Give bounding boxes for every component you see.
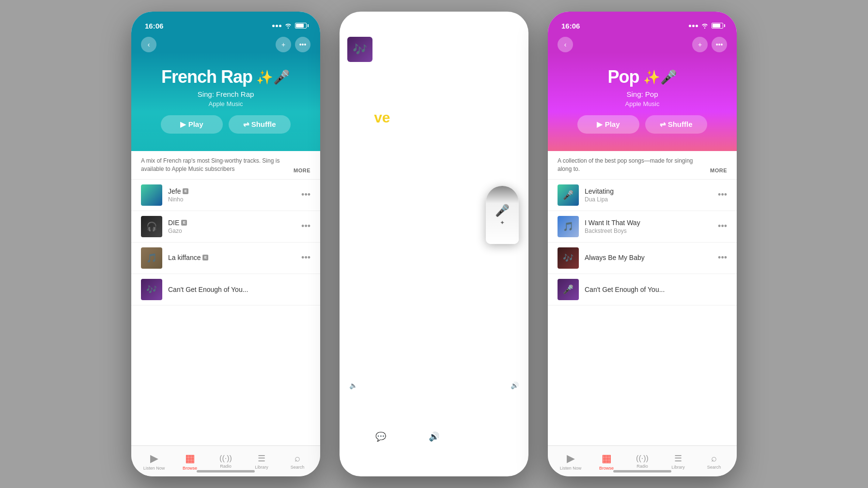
left-phone-wrapper: 16:06 ‹ [122, 0, 330, 488]
right-back-button[interactable]: ‹ [558, 37, 573, 52]
song-item-barry-right[interactable]: 🎤 Can't Get Enough of You... ⏸ ⏭ [548, 274, 737, 305]
song-name-iwantitway: I Want It That Way [585, 219, 712, 227]
tab-browse-right[interactable]: ▦ Browse [594, 452, 619, 471]
lyric-active-line1: As many times as [351, 92, 474, 107]
left-status-icons [272, 23, 307, 29]
song-more-levitating[interactable]: ••• [718, 190, 727, 200]
pause-icon[interactable]: ⏸ [289, 285, 297, 294]
tab-browse-label: Browse [183, 466, 197, 471]
lyric-further: It doesn't seem to like it's end [351, 161, 517, 183]
fast-forward-button[interactable]: ⏭⏭ [461, 396, 488, 412]
right-phone-wrapper: 16:06 ‹ [538, 0, 746, 488]
playlist-main-title: French Rap [161, 67, 252, 87]
song-more-jefe[interactable]: ••• [301, 190, 310, 200]
right-playlist-main-title: Pop [608, 67, 639, 87]
back-button[interactable]: ‹ [141, 37, 156, 52]
lyric-active: As many times as we've loved and [351, 91, 517, 127]
right-mic-stars-icon: ✨🎤 [643, 69, 677, 85]
song-name-jefe: Jefe E [168, 187, 295, 195]
volume-fill [362, 384, 413, 386]
right-playlist-provider: Apple Music [558, 100, 727, 107]
song-thumb-die: 🎧 [141, 216, 162, 237]
right-more-text-button[interactable]: MORE [710, 168, 727, 173]
tab-radio-left[interactable]: ((·)) Radio [214, 454, 238, 469]
tab-listen-now-right[interactable]: ▶ Listen Now [558, 452, 583, 471]
drag-handle [425, 16, 443, 19]
right-forward-icon[interactable]: ⏭ [720, 286, 727, 293]
center-status-bar: 16:04 [340, 12, 528, 33]
song-item-levitating[interactable]: 🎤 Levitating Dua Lipa ••• [548, 180, 737, 211]
song-thumb-barry-right: 🎤 [558, 279, 579, 300]
right-listen-now-label: Listen Now [560, 466, 582, 471]
more-button[interactable]: ••• [295, 37, 310, 52]
home-indicator-right [613, 470, 671, 473]
forward-icon[interactable]: ⏭ [304, 286, 310, 293]
playback-controls: ⏮⏮ ⏸ ⏭⏭ [340, 396, 528, 413]
np-controls-left: ⏸ ⏭ [289, 285, 310, 294]
center-wifi-icon [493, 24, 500, 30]
lyrics-more-button[interactable]: ••• [507, 43, 521, 56]
right-description-text: A collection of the best pop songs—made … [558, 157, 706, 173]
left-status-time: 16:06 [145, 22, 163, 30]
browse-icon: ▦ [185, 452, 195, 465]
more-text-button[interactable]: MORE [294, 168, 310, 173]
rewind-button[interactable]: ⏮⏮ [380, 396, 407, 412]
volume-max-icon: 🔊 [511, 381, 519, 389]
listen-now-icon: ▶ [150, 452, 158, 465]
right-browse-icon: ▦ [602, 452, 612, 465]
tab-library-left[interactable]: ☰ Library [249, 453, 274, 470]
right-add-button[interactable]: + [692, 37, 708, 52]
queue-button[interactable]: ≡ [477, 426, 498, 447]
song-item-kiffance[interactable]: 🎵 La kiffance E ••• [131, 243, 320, 274]
song-item-iwantitway[interactable]: 🎵 I Want It That Way Backstreet Boys ••• [548, 211, 737, 243]
playlist-provider: Apple Music [141, 100, 310, 107]
song-more-alwaysbemybaby[interactable]: ••• [718, 253, 727, 263]
tab-browse-left[interactable]: ▦ Browse [178, 452, 202, 471]
radio-icon: ((·)) [219, 454, 232, 463]
song-more-kiffance[interactable]: ••• [301, 253, 310, 263]
tab-radio-right[interactable]: ((·)) Radio [630, 454, 654, 469]
song-info-alwaysbemybaby: Always Be My Baby [585, 254, 712, 262]
lyrics-area: would that As many times as we've loved … [340, 73, 528, 183]
volume-button[interactable]: 🔊 [423, 426, 445, 447]
right-playlist-hero: Pop ✨🎤 Sing: Pop Apple Music ▶ Play ⇌ Sh… [548, 52, 737, 151]
shuffle-button[interactable]: ⇌ Shuffle [229, 115, 291, 134]
tab-listen-now-left[interactable]: ▶ Listen Now [142, 452, 166, 471]
tab-search-left[interactable]: ⌕ Search [285, 453, 310, 470]
song-info-die: DIE E Gazo [168, 219, 295, 234]
progress-bar-track[interactable] [349, 359, 519, 361]
volume-track[interactable] [362, 384, 506, 386]
pause-button[interactable]: ⏸ [426, 396, 442, 413]
play-button[interactable]: ▶ Play [161, 115, 222, 134]
signal-dot-c1 [480, 26, 483, 28]
tab-search-right[interactable]: ⌕ Search [702, 453, 726, 470]
song-more-iwantitway[interactable]: ••• [718, 221, 727, 231]
song-more-die[interactable]: ••• [301, 221, 310, 231]
playlist-title-wrap: French Rap ✨🎤 [141, 67, 310, 87]
right-status-time: 16:06 [561, 22, 580, 30]
signal-dot-3 [279, 25, 281, 27]
right-play-button[interactable]: ▶ Play [577, 115, 639, 134]
song-name-barry: Can't Get Enough of You... [168, 286, 283, 293]
add-button[interactable]: + [276, 37, 291, 52]
library-icon: ☰ [258, 453, 265, 464]
speech-bubble-button[interactable]: 💬 [370, 426, 391, 447]
home-indicator-center [405, 470, 463, 473]
right-browse-label: Browse [599, 466, 614, 471]
center-phone: 16:04 🎶 [340, 12, 528, 476]
left-nav: ‹ + ••• [131, 33, 320, 52]
tab-library-right[interactable]: ☰ Library [666, 453, 690, 470]
song-item-die[interactable]: 🎧 DIE E Gazo ••• [131, 211, 320, 243]
signal-dot-c2 [484, 26, 486, 28]
phones-container: 16:06 ‹ [0, 0, 868, 488]
search-icon-right: ⌕ [711, 453, 717, 464]
song-thumb-barry: 🎶 [141, 279, 162, 300]
song-thumb-iwantitway: 🎵 [558, 216, 579, 237]
right-shuffle-button[interactable]: ⇌ Shuffle [645, 115, 707, 134]
song-item-alwaysbemybaby[interactable]: 🎶 Always Be My Baby ••• [548, 243, 737, 274]
left-phone: 16:06 ‹ [131, 12, 320, 476]
song-item-jefe[interactable]: Jefe E Ninho ••• [131, 180, 320, 211]
song-item-barry[interactable]: 🎶 Can't Get Enough of You... ⏸ ⏭ [131, 274, 320, 305]
right-more-button[interactable]: ••• [712, 37, 727, 52]
right-pause-icon[interactable]: ⏸ [706, 285, 713, 294]
